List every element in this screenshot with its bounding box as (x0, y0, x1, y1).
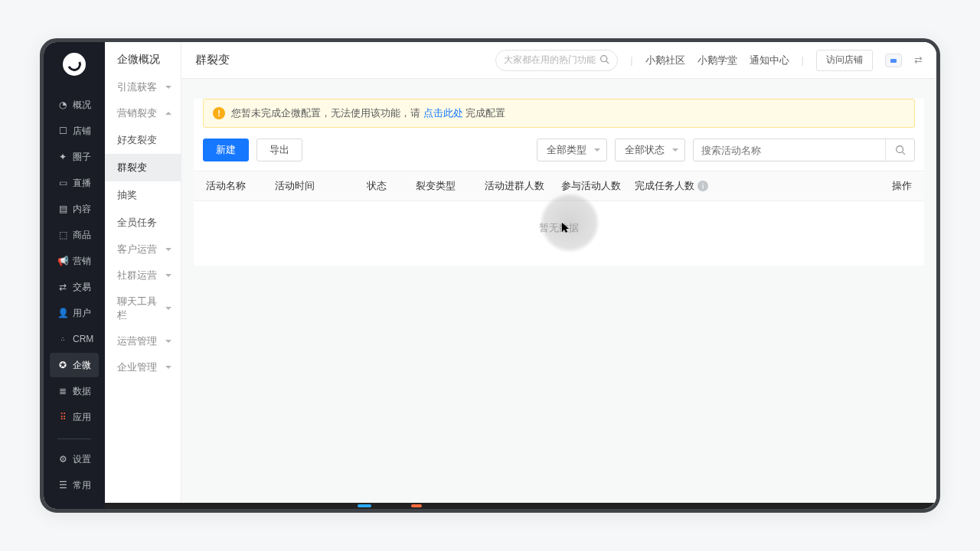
goods-icon: ⬚ (57, 230, 68, 240)
subitem-friend-fission[interactable]: 好友裂变 (105, 126, 181, 154)
sidebar-item-frequent[interactable]: ☰ 常用 (50, 473, 99, 497)
activity-search-input[interactable] (694, 145, 885, 156)
chevron-up-icon (165, 112, 172, 115)
th-name: 活动名称 (206, 179, 275, 193)
group-label: 客户运营 (117, 243, 157, 256)
sidebar-item-trade[interactable]: ⇄ 交易 (50, 275, 99, 299)
alert-link[interactable]: 点击此处 (423, 107, 463, 119)
subitem-group-fission[interactable]: 群裂变 (105, 154, 181, 181)
logo (63, 53, 86, 76)
sidebar-item-user[interactable]: 👤 用户 (50, 301, 99, 325)
theme-toggle[interactable] (885, 54, 902, 67)
export-button[interactable]: 导出 (256, 139, 302, 161)
sidebar-title: 企微概况 (105, 42, 181, 74)
sidebar-item-label: 圈子 (73, 151, 91, 164)
group-lead[interactable]: 引流获客 (105, 74, 181, 100)
header: 群裂变 大家都在用的热门功能 | 小鹅社区 小鹅学堂 通知中心 | 访问店铺 ⇄ (181, 42, 936, 79)
th-participate-count: 参与活动人数 (561, 179, 635, 193)
status-select[interactable]: 全部状态 (615, 139, 685, 161)
search-icon (599, 54, 609, 67)
sidebar-item-circle[interactable]: ✦ 圈子 (50, 145, 99, 169)
sidebar-item-settings[interactable]: ⚙ 设置 (50, 447, 99, 471)
sidebar-item-label: 内容 (73, 203, 91, 216)
sidebar-item-overview[interactable]: ◔ 概况 (50, 93, 99, 117)
activity-search[interactable] (693, 139, 915, 161)
group-chat-tools[interactable]: 聊天工具栏 (105, 289, 181, 328)
sidebar-item-crm[interactable]: ⛬ CRM (50, 327, 99, 351)
toolbar: 新建 导出 全部类型 全部状态 (194, 128, 924, 171)
group-label: 运营管理 (117, 334, 157, 348)
subitem-lottery[interactable]: 抽奖 (105, 181, 181, 209)
sidebar-item-live[interactable]: ▭ 直播 (50, 171, 99, 195)
group-label: 社群运营 (117, 269, 157, 282)
header-link-notice[interactable]: 通知中心 (750, 54, 789, 67)
global-search[interactable]: 大家都在用的热门功能 (495, 50, 618, 71)
empty-text: 暂无数据 (539, 222, 579, 233)
divider: | (802, 54, 804, 66)
header-link-community[interactable]: 小鹅社区 (645, 54, 685, 67)
chevron-down-icon (165, 340, 172, 343)
sidebar-item-label: 店铺 (73, 125, 91, 138)
sidebar-item-label: 用户 (73, 307, 91, 320)
sidebar-item-apps[interactable]: ⠿ 应用 (50, 405, 99, 429)
chevron-down-icon (165, 307, 172, 310)
select-value: 全部类型 (547, 143, 586, 157)
subitem-all-tasks[interactable]: 全员任务 (105, 209, 181, 236)
type-select[interactable]: 全部类型 (537, 139, 607, 161)
chevron-down-icon (672, 148, 678, 152)
sidebar-item-label: 设置 (73, 453, 91, 466)
visit-shop-button[interactable]: 访问店铺 (816, 50, 873, 71)
overview-icon: ◔ (57, 99, 68, 110)
th-actions: 操作 (727, 179, 912, 193)
th-complete-count: 完成任务人数 i (635, 179, 727, 193)
divider: | (630, 54, 632, 66)
info-icon[interactable]: i (697, 181, 708, 191)
sidebar-item-label: CRM (73, 334, 93, 344)
sidebar-item-goods[interactable]: ⬚ 商品 (50, 223, 99, 247)
sidebar-item-marketing[interactable]: 📢 营销 (50, 249, 99, 273)
crm-icon: ⛬ (57, 334, 68, 344)
group-label: 聊天工具栏 (117, 295, 165, 322)
sidebar-item-shop[interactable]: ☐ 店铺 (50, 119, 99, 143)
new-button[interactable]: 新建 (203, 139, 249, 161)
chevron-down-icon (594, 148, 600, 152)
header-link-academy[interactable]: 小鹅学堂 (697, 54, 737, 67)
sidebar-item-label: 交易 (73, 281, 91, 294)
sidebar-item-label: 营销 (73, 255, 91, 268)
shop-icon: ☐ (57, 126, 68, 136)
group-label: 引流获客 (117, 80, 157, 94)
group-fission[interactable]: 营销裂变 (105, 100, 181, 126)
panel: ! 您暂未完成企微配置，无法使用该功能，请 点击此处 完成配置 新建 导出 全部… (194, 99, 924, 266)
apps-icon: ⠿ (57, 412, 68, 422)
wecom-icon: ✪ (57, 360, 68, 370)
svg-point-0 (601, 55, 607, 61)
search-button[interactable] (885, 139, 914, 161)
th-time: 活动时间 (275, 179, 367, 193)
group-ops-mgmt[interactable]: 运营管理 (105, 328, 181, 354)
sidebar-item-content[interactable]: ▤ 内容 (50, 197, 99, 221)
circle-icon: ✦ (57, 152, 68, 162)
user-icon: 👤 (57, 308, 68, 318)
chevron-down-icon (165, 86, 172, 89)
gear-icon: ⚙ (57, 454, 68, 465)
group-customer-ops[interactable]: 客户运营 (105, 236, 181, 262)
group-ent-mgmt[interactable]: 企业管理 (105, 354, 181, 380)
svg-line-4 (902, 152, 905, 155)
search-placeholder: 大家都在用的热门功能 (504, 54, 596, 67)
th-type: 裂变类型 (416, 179, 485, 193)
live-icon: ▭ (57, 178, 68, 188)
warning-icon: ! (213, 107, 225, 119)
sidebar-item-data[interactable]: ≣ 数据 (50, 379, 99, 403)
sidebar-secondary: 企微概况 引流获客 营销裂变 好友裂变 群裂变 抽奖 全员任务 客户运营 社群运… (105, 42, 181, 509)
select-value: 全部状态 (625, 143, 665, 157)
config-warning-alert: ! 您暂未完成企微配置，无法使用该功能，请 点击此处 完成配置 (203, 99, 915, 128)
th-join-count: 活动进群人数 (485, 179, 561, 193)
sidebar-primary: ◔ 概况 ☐ 店铺 ✦ 圈子 ▭ 直播 ▤ 内容 ⬚ 商品 (44, 42, 105, 509)
swap-icon[interactable]: ⇄ (914, 54, 923, 66)
content-icon: ▤ (57, 204, 68, 214)
group-community-ops[interactable]: 社群运营 (105, 262, 181, 289)
sidebar-item-label: 数据 (73, 385, 91, 398)
sidebar-item-label: 常用 (73, 479, 91, 492)
sidebar-item-wecom[interactable]: ✪ 企微 (50, 353, 99, 377)
table-empty: 暂无数据 (194, 201, 924, 266)
